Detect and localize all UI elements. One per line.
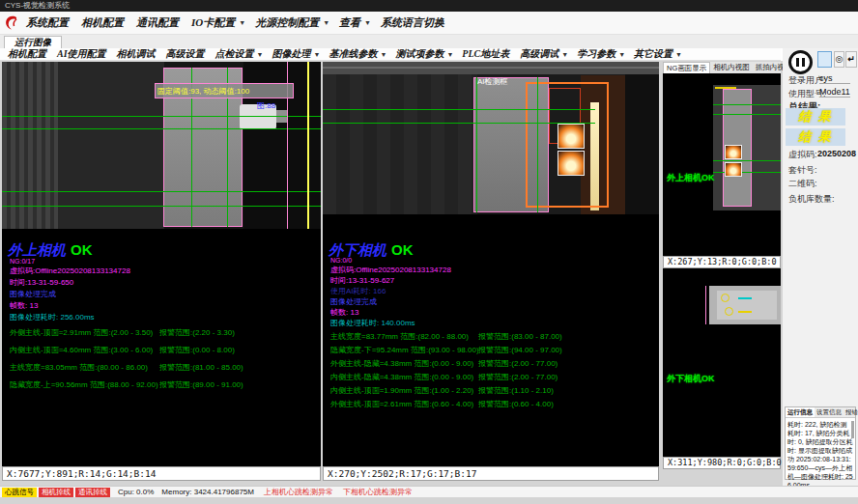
tool-spot-check[interactable]: 点检设置 [215, 47, 254, 61]
dropdown-arrow-icon: ▼ [446, 51, 453, 58]
status-bar: 心跳信号 相机掉线 通讯掉线 Cpu: 0.0% Memory: 3424.41… [0, 486, 858, 497]
result-ok: OK [71, 241, 93, 258]
machine-structure [323, 74, 477, 214]
threshold-overlay: 固定阈值:93, 动态阈值:100 [155, 83, 294, 98]
tool-other-settings[interactable]: 其它设置 [634, 47, 672, 61]
tool-image-process[interactable]: 图像处理 [272, 47, 311, 61]
target-button[interactable]: ◎ [834, 51, 844, 68]
machine-structure [2, 62, 58, 229]
machine-structure [323, 67, 659, 69]
tool-advanced-debug[interactable]: 高级调试 [520, 47, 558, 61]
info-tab-settings[interactable]: 设置信息 [815, 407, 844, 417]
measurement-value: 隐藏宽度-上=90.56mm 范围:(88.00 - 92.00) [10, 379, 158, 390]
measure-line [2, 191, 321, 192]
result-box-2: 结 果 [786, 128, 845, 146]
annotation-mark [715, 87, 736, 89]
exit-button[interactable]: ↵ [845, 51, 857, 68]
thumb-tab-strip: NG画面显示 相机内视图 抓拍内视图 [663, 62, 781, 73]
menu-io-config[interactable]: IO卡配置 [191, 15, 235, 30]
measure-line [2, 128, 321, 129]
return-icon: ↵ [847, 54, 855, 64]
camera-image-upper: 固定阈值:93, 动态阈值:100 图:88 [2, 62, 321, 229]
measurement-value: 主线宽度=83.77mm 范围:(82.00 - 88.00) [330, 331, 469, 342]
thumb-image [713, 85, 781, 210]
tool-learn-params[interactable]: 学习参数 [577, 47, 615, 61]
dropdown-arrow-icon: ▼ [380, 51, 386, 58]
tool-camera-config[interactable]: 相机配置 [8, 47, 46, 61]
dropdown-arrow-icon: ▼ [323, 19, 329, 26]
tool-camera-debug[interactable]: 相机调试 [117, 47, 156, 61]
comm-offline-badge: 通讯掉线 [75, 488, 110, 497]
time-line: 时间:13-31-59-650 [10, 277, 73, 288]
defect-snapshot [558, 124, 585, 149]
ai-time-line: 使用AI耗时: 166 [330, 286, 386, 296]
measure-line [537, 77, 538, 212]
vcode-label: 虚拟码: [788, 149, 817, 161]
menu-comm-config[interactable]: 通讯配置 [136, 15, 179, 30]
ai-box-label: AI检测框 [477, 76, 508, 87]
ng-counter: NG:0/0 [330, 257, 352, 264]
ng-counter: NG:0/17 [10, 258, 35, 265]
measurement-value: 内侧主线-顶面=1.90mm 范围:(1.00 - 2.20) [330, 385, 473, 396]
annotation-circle [725, 307, 733, 316]
tool-advanced-settings[interactable]: 高级设置 [166, 47, 205, 61]
tool-ai-config[interactable]: AI使用配置 [57, 47, 106, 61]
measurement-value: 外侧主线-隐藏=4.38mm 范围:(0.00 - 9.00) [330, 358, 473, 369]
upper-camera-warning: 上相机心跳检测异常 [264, 487, 333, 497]
roi-line [705, 286, 706, 324]
pause-button[interactable] [788, 50, 813, 74]
tool-baseline-params[interactable]: 基准线参数 [329, 47, 377, 61]
dropdown-arrow-icon: ▼ [257, 51, 264, 58]
measurement-value: 隐藏宽度-下=95.24mm 范围:(93.00 - 98.00) [330, 345, 479, 355]
brand-logo-icon [4, 14, 20, 31]
app-window: CYS-视觉检测系统 系统配置 相机配置 通讯配置 IO卡配置 ▼ 光源控制配置… [0, 0, 858, 504]
info-tab-run[interactable]: 运行信息 [786, 407, 815, 417]
memory-usage: Memory: 3424.41796875M [161, 488, 254, 496]
barcode-line: 虚拟码:Offline20250208133134728 [330, 265, 451, 275]
alarm-range: 报警范围:(89.00 - 91.00) [159, 379, 243, 390]
measure-line [476, 77, 477, 212]
menu-view[interactable]: 查看 [339, 15, 360, 30]
camera-name: 外下相机 [329, 241, 386, 258]
alarm-range: 报警范围:(2.20 - 3.30) [159, 327, 235, 338]
time-line: 时间:13-31-59-627 [330, 275, 394, 286]
thumb-tab-camera-inner[interactable]: 相机内视图 [710, 62, 753, 73]
tab-strip: 运行图像 [0, 35, 858, 48]
process-done-line: 图像处理完成 [10, 289, 56, 299]
camera-view-upper: 固定阈值:93, 动态阈值:100 图:88 外上相机OK NG:0/17 虚拟… [2, 62, 321, 466]
overlay-note: 图:88 [257, 100, 275, 111]
cpu-usage: Cpu: 0.0% [118, 488, 154, 496]
frame-count-line: 帧数: 13 [10, 300, 38, 311]
user-button[interactable] [817, 51, 832, 68]
defect-snapshot [725, 145, 742, 159]
menu-system-config[interactable]: 系统配置 [26, 15, 69, 30]
menu-light-config[interactable]: 光源控制配置 [255, 15, 319, 30]
annotation-circle [721, 294, 729, 302]
edge-marker-line [307, 62, 309, 229]
camera-name: 外上相机 [8, 241, 66, 258]
menu-language-switch[interactable]: 系统语言切换 [381, 15, 444, 30]
thumb-image [709, 286, 781, 324]
tool-test-params[interactable]: 测试项参数 [395, 47, 443, 61]
alarm-range: 报警范围:(2.00 - 77.00) [478, 358, 558, 369]
menu-camera-config[interactable]: 相机配置 [81, 15, 124, 30]
thumb-view-upper: 外上相机OK [663, 73, 781, 256]
camera-image-lower: AI检测框 [323, 62, 659, 214]
alarm-range: 报警范围:(83.00 - 87.00) [478, 331, 562, 342]
measure-line [323, 123, 595, 124]
menu-bar: 系统配置 相机配置 通讯配置 IO卡配置 ▼ 光源控制配置 ▼ 查看 ▼ 系统语… [0, 12, 858, 35]
dropdown-arrow-icon: ▼ [239, 19, 245, 26]
measure-line [713, 160, 781, 161]
alarm-range: 报警范围:(2.00 - 77.00) [478, 372, 558, 382]
measurement-value: 外侧主线-顶面=2.91mm 范围:(2.00 - 3.50) [10, 327, 153, 338]
info-scrollbar[interactable] [851, 421, 854, 438]
info-tab-errors[interactable]: 报错信息 [844, 407, 858, 417]
camera-offline-badge: 相机掉线 [39, 488, 73, 497]
pixel-status-lower: X:270;Y:2502;R:17;G:17;B:17 [323, 466, 659, 481]
frame-count-line: 帧数: 13 [330, 307, 358, 318]
pixel-status-upper: X:7677;Y:891;R:14;G:14;B:14 [2, 466, 321, 481]
measure-line [713, 114, 781, 115]
defect-snapshot [558, 151, 585, 176]
tool-plc-table[interactable]: PLC地址表 [462, 47, 509, 61]
thumb-tab-ng-display[interactable]: NG画面显示 [663, 62, 710, 73]
